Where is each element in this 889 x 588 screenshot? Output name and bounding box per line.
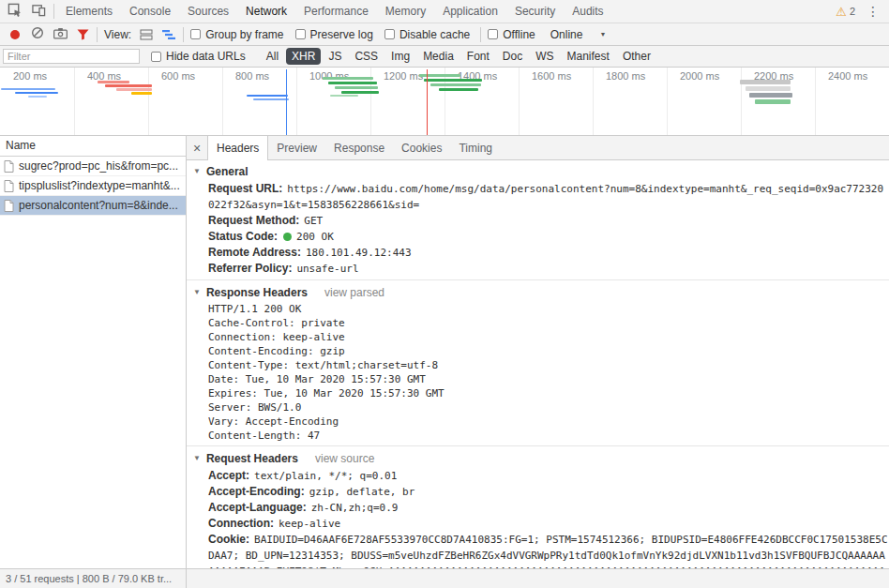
filter-chip[interactable]: Doc (497, 48, 528, 65)
main-tab[interactable]: Security (506, 0, 564, 23)
general-section-header[interactable]: ▼ General (193, 162, 889, 181)
timeline-overview[interactable]: 200 ms 400 ms 600 ms 800 ms 1000 ms (0, 68, 889, 136)
filter-chip-label: JS (328, 50, 341, 63)
filter-input[interactable] (3, 49, 140, 64)
checkbox-icon (190, 29, 201, 39)
header-name: Request Method: (208, 214, 299, 227)
list-rows-icon (140, 29, 153, 40)
header-name: Connection: (208, 517, 274, 530)
preserve-log-checkbox[interactable]: Preserve log (295, 28, 373, 41)
tick-text: 200 ms (13, 70, 47, 82)
waterfall-bar (419, 74, 460, 77)
filter-chip[interactable]: Media (417, 48, 460, 65)
view-source-link[interactable]: view source (315, 452, 374, 465)
request-headers-section-header[interactable]: ▼ Request Headers view source (193, 449, 889, 468)
header-name: Accept: (208, 469, 249, 482)
raw-header-line: Cache-Control: private (208, 316, 889, 330)
request-row[interactable]: sugrec?prod=pc_his&from=pc... (0, 157, 186, 176)
filter-chip[interactable]: WS (530, 48, 559, 65)
filter-toggle-button[interactable] (71, 23, 94, 45)
event-marker-line (286, 69, 287, 135)
detail-tabs: Headers Preview Response Cookies (207, 136, 501, 159)
throttling-select[interactable]: Online ▼ (543, 28, 614, 41)
filter-chip[interactable]: Font (461, 48, 495, 65)
waterfall-bar (253, 98, 289, 100)
show-overview-button[interactable] (158, 23, 180, 45)
main-tab[interactable]: Network (237, 0, 295, 23)
device-toolbar-button[interactable] (26, 0, 51, 23)
section-divider (187, 279, 889, 280)
filter-chip[interactable]: JS (323, 48, 347, 65)
main-tab-label: Performance (304, 5, 369, 18)
waterfall-bar (746, 86, 791, 91)
filter-chip-label: Media (423, 50, 454, 63)
more-options-button[interactable]: ⋮ (861, 4, 885, 19)
raw-header-line: Vary: Accept-Encoding (208, 415, 889, 429)
raw-header-line: Expires: Tue, 10 Mar 2020 15:57:30 GMT (208, 386, 889, 400)
header-row: Referrer Policy:unsafe-url (208, 261, 889, 277)
gridline (815, 68, 816, 135)
inspect-element-button[interactable] (2, 0, 26, 23)
checkbox-label: Hide data URLs (166, 50, 246, 63)
disable-cache-checkbox[interactable]: Disable cache (384, 28, 470, 41)
tick-text: 1800 ms (606, 70, 645, 82)
detail-tab[interactable]: Headers (207, 136, 268, 160)
main-tab-label: Sources (188, 5, 229, 18)
main-tab-label: Memory (385, 5, 426, 18)
filter-chip[interactable]: CSS (349, 48, 384, 65)
waterfall-bar (749, 93, 792, 98)
large-request-rows-button[interactable] (135, 23, 158, 45)
view-parsed-link[interactable]: view parsed (324, 286, 384, 299)
detail-tab[interactable]: Timing (450, 136, 501, 159)
offline-checkbox[interactable]: Offline (488, 28, 535, 41)
hide-data-urls-checkbox[interactable]: Hide data URLs (151, 50, 246, 63)
main-tab[interactable]: Elements (57, 0, 121, 23)
name-column-header[interactable]: Name (0, 136, 186, 157)
main-tab[interactable]: Memory (377, 0, 434, 23)
main-tab[interactable]: Performance (295, 0, 377, 23)
tick-text: 600 ms (161, 70, 195, 82)
request-name: sugrec?prod=pc_his&from=pc... (19, 159, 178, 173)
raw-header-line: Content-Length: 47 (208, 429, 889, 443)
waterfall-bar (430, 83, 481, 86)
waterfall-bar (15, 92, 58, 94)
header-value: 180.101.49.12:443 (306, 247, 412, 259)
filter-chip[interactable]: Img (385, 48, 415, 65)
checkbox-label: Group by frame (205, 28, 283, 41)
checkbox-label: Offline (503, 28, 535, 41)
filter-chip[interactable]: All (261, 48, 284, 65)
response-headers-section-header[interactable]: ▼ Response Headers view parsed (193, 283, 889, 302)
filter-chip-label: Other (623, 50, 651, 63)
request-row[interactable]: personalcontent?num=8&inde... (0, 196, 186, 216)
detail-tab[interactable]: Preview (268, 136, 325, 159)
gridline (593, 68, 594, 135)
network-toolbar: View: Group by frame Preserve log Disabl… (0, 23, 889, 46)
detail-tab[interactable]: Cookies (393, 136, 450, 159)
close-details-button[interactable]: × (187, 136, 207, 159)
clear-button[interactable] (26, 23, 49, 45)
capture-screenshots-button[interactable] (49, 23, 71, 45)
filter-chip[interactable]: Other (617, 48, 656, 65)
header-value: text/plain, */*; q=0.01 (254, 470, 397, 482)
main-tab[interactable]: Console (121, 0, 179, 23)
main-tab[interactable]: Application (434, 0, 506, 23)
status-bar: 3 / 51 requests | 800 B / 79.0 KB tr... (0, 568, 889, 588)
group-by-frame-checkbox[interactable]: Group by frame (190, 28, 283, 41)
time-tick-label: 2000 ms (680, 70, 719, 82)
waterfall-bar (335, 86, 378, 89)
main-tab[interactable]: Sources (179, 0, 237, 23)
waterfall-bar (28, 96, 47, 98)
checkbox-icon (295, 29, 306, 39)
main-tab[interactable]: Audits (564, 0, 611, 23)
status-bar-left: 3 / 51 requests | 800 B / 79.0 KB tr... (0, 569, 187, 588)
request-row[interactable]: tipspluslist?indextype=manht&... (0, 176, 186, 196)
time-tick-label: 1200 ms (384, 70, 423, 82)
checkbox-label: Disable cache (399, 28, 470, 41)
filter-chip[interactable]: Manifest (562, 48, 615, 65)
record-network-log-button[interactable] (4, 23, 26, 45)
detail-tab[interactable]: Response (325, 136, 393, 159)
divider (97, 27, 98, 42)
warnings-indicator[interactable]: ⚠ 2 (830, 6, 861, 18)
filter-chip[interactable]: XHR (286, 48, 321, 65)
divider (183, 27, 184, 42)
